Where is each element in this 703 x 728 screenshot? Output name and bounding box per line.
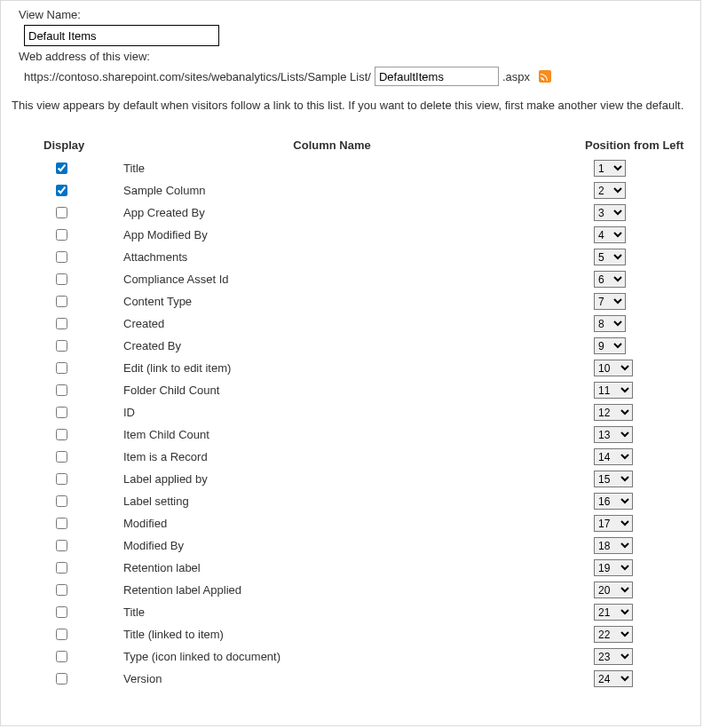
position-select[interactable]: 123456789101112131415161718192021222324 [594, 426, 633, 443]
position-select[interactable]: 123456789101112131415161718192021222324 [594, 382, 633, 399]
display-checkbox[interactable] [56, 673, 67, 684]
column-name: Item is a Record [123, 450, 585, 463]
column-name: Title [123, 162, 585, 175]
column-name: Type (icon linked to document) [123, 650, 585, 663]
column-row: App Created By12345678910111213141516171… [43, 202, 691, 224]
position-select[interactable]: 123456789101112131415161718192021222324 [594, 582, 633, 598]
position-select[interactable]: 123456789101112131415161718192021222324 [594, 559, 633, 576]
position-select[interactable]: 123456789101112131415161718192021222324 [594, 271, 626, 288]
position-select[interactable]: 123456789101112131415161718192021222324 [594, 670, 633, 687]
header-position: Position from Left [585, 138, 691, 152]
display-checkbox[interactable] [56, 185, 67, 196]
column-name: Compliance Asset Id [123, 273, 585, 286]
position-select[interactable]: 123456789101112131415161718192021222324 [594, 537, 633, 554]
position-select[interactable]: 123456789101112131415161718192021222324 [594, 515, 633, 532]
column-row: Content Type1234567891011121314151617181… [43, 290, 691, 313]
column-name: Created By [123, 339, 585, 352]
column-name: Edit (link to edit item) [123, 361, 585, 375]
display-checkbox[interactable] [56, 495, 67, 507]
position-select[interactable]: 123456789101112131415161718192021222324 [594, 293, 626, 310]
column-name: Version [123, 672, 585, 685]
display-checkbox[interactable] [56, 296, 67, 307]
display-checkbox[interactable] [56, 340, 67, 352]
column-row: Sample Column123456789101112131415161718… [43, 179, 691, 202]
display-checkbox[interactable] [56, 606, 67, 618]
position-select[interactable]: 123456789101112131415161718192021222324 [594, 648, 633, 665]
column-name: App Created By [123, 206, 585, 219]
web-address-label: Web address of this view: [19, 50, 691, 63]
position-select[interactable]: 123456789101112131415161718192021222324 [594, 226, 626, 243]
column-name: Retention label [123, 561, 585, 574]
view-name-input[interactable] [24, 25, 219, 46]
column-row: Title12345678910111213141516171819202122… [43, 157, 691, 179]
column-row: Retention label1234567891011121314151617… [43, 557, 691, 579]
column-row: Title (linked to item)123456789101112131… [43, 623, 691, 645]
column-row: Edit (link to edit item)1234567891011121… [43, 357, 691, 379]
column-name: Title [123, 605, 585, 619]
display-checkbox[interactable] [56, 562, 67, 574]
display-checkbox[interactable] [56, 362, 67, 374]
column-row: Label applied by123456789101112131415161… [43, 468, 691, 490]
position-select[interactable]: 123456789101112131415161718192021222324 [594, 337, 626, 354]
column-row: Retention label Applied12345678910111213… [43, 579, 691, 601]
column-name: Created [123, 317, 585, 330]
column-name: ID [123, 406, 585, 419]
column-name: Label applied by [123, 472, 585, 486]
display-checkbox[interactable] [56, 451, 67, 463]
rss-icon[interactable] [539, 70, 551, 83]
display-checkbox[interactable] [56, 207, 67, 218]
position-select[interactable]: 123456789101112131415161718192021222324 [594, 448, 633, 465]
column-name: Modified By [123, 539, 585, 552]
header-display: Display [43, 138, 123, 152]
display-checkbox[interactable] [56, 384, 67, 396]
position-select[interactable]: 123456789101112131415161718192021222324 [594, 471, 633, 487]
column-row: Item Child Count123456789101112131415161… [43, 423, 691, 446]
position-select[interactable]: 123456789101112131415161718192021222324 [594, 626, 633, 643]
display-checkbox[interactable] [56, 629, 67, 640]
column-name: Attachments [123, 250, 585, 264]
display-checkbox[interactable] [56, 518, 67, 529]
web-address-url-prefix: https://contoso.sharepoint.com/sites/web… [24, 70, 371, 83]
column-name: Label setting [123, 495, 585, 508]
display-checkbox[interactable] [56, 540, 67, 551]
column-row: Folder Child Count1234567891011121314151… [43, 379, 691, 401]
header-column-name: Column Name [123, 138, 541, 152]
display-checkbox[interactable] [56, 651, 67, 662]
column-row: Created123456789101112131415161718192021… [43, 313, 691, 335]
view-name-label: View Name: [19, 8, 691, 21]
position-select[interactable]: 123456789101112131415161718192021222324 [594, 160, 626, 177]
position-select[interactable]: 123456789101112131415161718192021222324 [594, 493, 633, 510]
display-checkbox[interactable] [56, 318, 67, 329]
display-checkbox[interactable] [56, 473, 67, 485]
column-row: Modified12345678910111213141516171819202… [43, 512, 691, 534]
column-name: Retention label Applied [123, 583, 585, 597]
web-address-input[interactable] [375, 67, 499, 86]
column-name: Folder Child Count [123, 384, 585, 397]
display-checkbox[interactable] [56, 407, 67, 418]
column-row: Version123456789101112131415161718192021… [43, 668, 691, 690]
view-description: This view appears by default when visito… [12, 99, 691, 112]
columns-section: Display Column Name Position from Left T… [43, 138, 691, 690]
display-checkbox[interactable] [56, 273, 67, 285]
column-name: Item Child Count [123, 428, 585, 441]
column-name: Content Type [123, 295, 585, 308]
position-select[interactable]: 123456789101112131415161718192021222324 [594, 182, 626, 199]
display-checkbox[interactable] [56, 229, 67, 241]
web-address-url-suffix: .aspx [502, 70, 530, 83]
position-select[interactable]: 123456789101112131415161718192021222324 [594, 604, 633, 621]
display-checkbox[interactable] [56, 251, 67, 263]
column-name: Sample Column [123, 184, 585, 197]
display-checkbox[interactable] [56, 584, 67, 596]
column-row: ID12345678910111213141516171819202122232… [43, 401, 691, 423]
display-checkbox[interactable] [56, 429, 67, 440]
display-checkbox[interactable] [56, 162, 67, 174]
column-row: App Modified By1234567891011121314151617… [43, 224, 691, 246]
position-select[interactable]: 123456789101112131415161718192021222324 [594, 204, 626, 221]
column-row: Item is a Record123456789101112131415161… [43, 446, 691, 468]
column-name: Modified [123, 517, 585, 530]
position-select[interactable]: 123456789101112131415161718192021222324 [594, 315, 626, 332]
position-select[interactable]: 123456789101112131415161718192021222324 [594, 404, 633, 421]
position-select[interactable]: 123456789101112131415161718192021222324 [594, 249, 626, 265]
column-name: App Modified By [123, 228, 585, 241]
position-select[interactable]: 123456789101112131415161718192021222324 [594, 360, 633, 376]
